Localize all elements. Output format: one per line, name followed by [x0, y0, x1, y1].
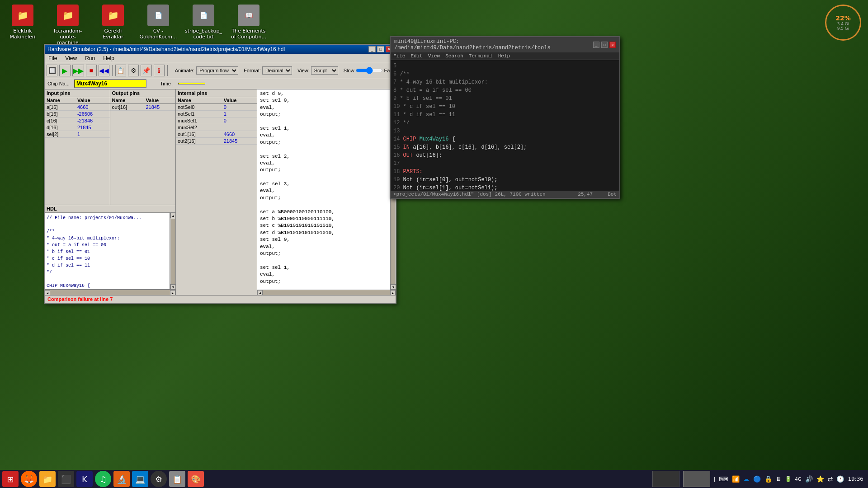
speed-slider[interactable]	[356, 67, 383, 74]
table-row: d[16] 21845	[45, 124, 110, 131]
tray-icon-arrows[interactable]: ⇄	[828, 475, 833, 483]
term-menu-terminal[interactable]: Terminal	[469, 53, 493, 59]
tray-icon-azure[interactable]: ☁	[743, 475, 750, 483]
desktop-icon-elektrik[interactable]: 📁 Elektrik Makineleri	[5, 5, 41, 46]
script-scroll-right[interactable]: ►	[390, 290, 396, 295]
info-button[interactable]: ℹ	[154, 65, 165, 76]
menu-view[interactable]: View	[63, 55, 79, 62]
load-chip-button[interactable]: 🔲	[47, 65, 57, 76]
scroll-thumb[interactable]	[171, 219, 175, 284]
chip-name-field[interactable]: Mux4Way16	[74, 80, 146, 88]
hdl-scrollbar[interactable]: ▲ ▼	[170, 213, 175, 290]
script-scrollbar-h[interactable]: ◄ ►	[257, 290, 396, 295]
taskbar-icon-github[interactable]: ⚙	[151, 471, 167, 487]
hdl-scrollbar-h[interactable]: ◄ ►	[45, 290, 175, 295]
terminal-content[interactable]: 5 6 /** 7 * 4-way 16-bit multiplexor: 8 …	[391, 60, 619, 191]
format-select[interactable]: Decimal Binary Hex	[262, 66, 292, 75]
tray-icon-network[interactable]: 📶	[732, 475, 740, 483]
menu-file[interactable]: File	[47, 55, 59, 62]
terminal-close[interactable]: ✕	[609, 42, 616, 48]
input-value-header: Value	[75, 97, 110, 104]
script-scroll-down[interactable]: ▼	[391, 284, 396, 290]
stop-button[interactable]: ■	[86, 65, 97, 76]
scroll-down-arrow[interactable]: ▼	[170, 284, 175, 290]
line-num: 11	[393, 112, 400, 118]
step-button[interactable]: ▶▶	[72, 65, 84, 76]
ipin-value-out216[interactable]: 21845	[222, 138, 257, 145]
terminal-minimize[interactable]: _	[593, 42, 599, 48]
taskbar-icon-kicad[interactable]: K	[76, 471, 93, 487]
taskbar-icon-matlab[interactable]: 🔬	[113, 471, 130, 487]
taskbar-icon-vscode[interactable]: 💻	[132, 471, 148, 487]
script-content[interactable]: set d 0, set sel 0, eval, output; set se…	[257, 89, 390, 290]
vim-comment: * out = a if sel == 00	[400, 87, 471, 94]
desktop-icon-elements[interactable]: 📖 The Elementsof Computin...	[231, 5, 267, 46]
taskbar-icon-apps[interactable]: ⊞	[2, 471, 19, 487]
pin-value-b16[interactable]: -26506	[75, 111, 110, 117]
view-select[interactable]: Script Output	[311, 66, 338, 75]
taskbar-icon-files[interactable]: 📁	[39, 471, 56, 487]
pin-value-d16[interactable]: 21845	[75, 124, 110, 131]
rewind-button[interactable]: ◀◀	[99, 65, 109, 76]
tray-icon-cpu[interactable]: 🖥	[776, 476, 781, 482]
taskbar-window-preview1[interactable]	[652, 471, 679, 487]
taskbar-icon-paint[interactable]: 🎨	[188, 471, 204, 487]
output-pin-value-out16[interactable]: 21845	[144, 104, 175, 111]
pin-value-sel2[interactable]: 1	[75, 131, 110, 138]
time-field[interactable]	[178, 83, 205, 84]
input-name-header: Name	[45, 97, 75, 104]
ipin-value-notsel1[interactable]: 1	[222, 111, 257, 117]
term-menu-view[interactable]: View	[428, 53, 440, 59]
scroll-thumb-h[interactable]	[50, 290, 170, 295]
script-line	[259, 257, 388, 264]
taskbar-icon-spotify[interactable]: ♫	[95, 471, 111, 487]
menu-run[interactable]: Run	[83, 55, 97, 62]
tray-icon-clock[interactable]: 🕐	[836, 475, 844, 483]
tray-icon-battery[interactable]: 🔋	[785, 476, 792, 482]
desktop-icon-stripe[interactable]: 📄 stripe_backup_code.txt	[185, 5, 222, 46]
term-menu-search[interactable]: Search	[445, 53, 463, 59]
taskbar-window-preview2[interactable]	[683, 471, 710, 487]
script-scroll-thumb-h[interactable]	[263, 290, 390, 295]
table-row: sel[2] 1	[45, 131, 110, 138]
scroll-left-arrow[interactable]: ◄	[45, 290, 50, 295]
script-scroll-left[interactable]: ◄	[257, 290, 263, 295]
minimize-button[interactable]: _	[368, 46, 376, 52]
menu-help[interactable]: Help	[101, 55, 116, 62]
line-num: 16	[393, 152, 400, 159]
tray-icon-bluetooth[interactable]: 🔵	[753, 475, 761, 483]
desktop-icon-gerekli[interactable]: 📁 GerekliEvraklar	[95, 5, 131, 46]
taskbar-icon-clipboard[interactable]: 📋	[169, 471, 185, 487]
ipin-value-muxsel1[interactable]: 0	[222, 117, 257, 124]
terminal-maximize[interactable]: □	[601, 42, 608, 48]
ipin-value-out116[interactable]: 4660	[222, 131, 257, 138]
desktop-icon-fcc[interactable]: 📁 fccrandom-quote-machine	[50, 5, 86, 46]
term-menu-help[interactable]: Help	[498, 53, 510, 59]
scroll-right-arrow[interactable]: ►	[170, 290, 175, 295]
desktop-icon-cv[interactable]: 📄 CV -GokhanKocm...	[140, 5, 176, 46]
ipin-value-muxsel2[interactable]	[222, 124, 257, 131]
tray-icon-star[interactable]: ⭐	[816, 475, 824, 483]
clock-time: 19:36	[848, 476, 863, 482]
tray-icon-sound[interactable]: 🔊	[805, 475, 813, 483]
term-menu-edit[interactable]: Edit	[410, 53, 422, 59]
tray-icon-4g[interactable]: 4G	[795, 477, 802, 482]
options-button[interactable]: ⚙	[128, 65, 139, 76]
term-menu-file[interactable]: File	[393, 53, 405, 59]
taskbar-icon-terminal[interactable]: ⬛	[58, 471, 74, 487]
tray-icon-security[interactable]: 🔒	[764, 475, 772, 483]
run-button[interactable]: ▶	[59, 65, 70, 76]
animate-select[interactable]: Program flow No Animation	[196, 66, 238, 75]
maximize-button[interactable]: □	[377, 46, 384, 52]
ipin-value-notsel0[interactable]: 0	[222, 104, 257, 111]
scroll-up-arrow[interactable]: ▲	[170, 213, 175, 218]
script-line: set d 0,	[259, 90, 388, 97]
tray-icon-keyboard[interactable]: ⌨	[719, 475, 728, 483]
pin-value-c16[interactable]: -21846	[75, 117, 110, 124]
taskbar-icon-firefox[interactable]: 🦊	[21, 471, 37, 487]
save-button[interactable]: 📌	[141, 65, 151, 76]
load-script-button[interactable]: 📋	[115, 65, 126, 76]
pin-value-a16[interactable]: 4660	[75, 104, 110, 111]
hdl-content[interactable]: // File name: projects/01/Mux4Wa... /** …	[45, 213, 170, 290]
desktop-icon-label-elements: The Elementsof Computin...	[231, 28, 266, 40]
